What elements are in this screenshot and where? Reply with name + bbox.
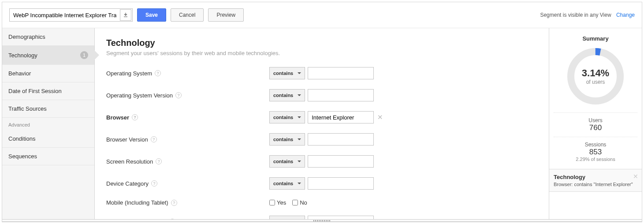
users-label: Users <box>554 117 637 123</box>
chevron-down-icon <box>298 116 301 118</box>
chevron-down-icon <box>298 72 301 74</box>
checkbox-yes[interactable] <box>269 200 275 205</box>
sessions-pct: 2.29% of sessions <box>554 157 637 162</box>
cancel-button[interactable]: Cancel <box>171 8 204 22</box>
value-input-browser[interactable] <box>308 111 374 123</box>
value-input-browser-version[interactable] <box>308 133 374 146</box>
clear-icon[interactable]: ✕ <box>377 113 383 121</box>
preview-button[interactable]: Preview <box>208 8 244 22</box>
row-operating-system: Operating System? contains <box>106 67 537 79</box>
mobile-no-option[interactable]: No <box>292 199 307 206</box>
op-select-device-category[interactable]: contains <box>269 177 305 190</box>
row-browser: Browser? contains ✕ <box>106 111 537 123</box>
row-mobile-device-branding: Mobile Device Branding? contains <box>106 216 537 219</box>
sidebar-item-date-first-session[interactable]: Date of First Session <box>2 82 94 100</box>
help-icon[interactable]: ? <box>132 114 138 120</box>
value-input-os[interactable] <box>308 67 374 79</box>
help-icon[interactable]: ? <box>155 70 161 76</box>
help-icon[interactable]: ? <box>175 92 182 98</box>
save-button[interactable]: Save <box>137 8 166 22</box>
row-screen-resolution: Screen Resolution? contains <box>106 155 537 168</box>
sidebar-badge: 1 <box>80 51 88 59</box>
change-visibility-link[interactable]: Change <box>616 12 635 18</box>
users-value: 760 <box>554 123 637 132</box>
panel-subtitle: Segment your users' sessions by their we… <box>106 50 537 56</box>
close-icon[interactable]: ✕ <box>633 173 638 180</box>
help-icon[interactable]: ? <box>151 136 157 142</box>
sidebar-item-demographics[interactable]: Demographics <box>2 28 94 46</box>
row-device-category: Device Category? contains <box>106 177 537 190</box>
op-select-os[interactable]: contains <box>269 67 305 79</box>
mobile-yes-option[interactable]: Yes <box>269 199 286 206</box>
filter-card-technology[interactable]: ✕ Technology Browser: contains "Internet… <box>549 169 642 192</box>
op-select-os-version[interactable]: contains <box>269 89 305 101</box>
chevron-down-icon <box>298 94 301 96</box>
label-os-version: Operating System Version <box>106 92 173 99</box>
help-icon[interactable]: ? <box>171 200 177 206</box>
label-os: Operating System <box>106 70 152 77</box>
chevron-down-icon <box>298 183 301 184</box>
help-icon[interactable]: ? <box>169 219 175 219</box>
panel-title: Technology <box>106 38 537 48</box>
summary-of-users: of users <box>586 79 605 85</box>
sidebar-item-technology[interactable]: Technology 1 <box>2 46 94 65</box>
summary-panel: Summary 3.14% of users Users 760 Session… <box>549 28 642 219</box>
segment-name-input[interactable] <box>10 9 120 21</box>
segment-name-wrap <box>9 8 133 22</box>
op-select-browser-version[interactable]: contains <box>269 133 305 146</box>
label-screen-resolution: Screen Resolution <box>106 158 153 165</box>
download-icon[interactable] <box>120 9 131 21</box>
help-icon[interactable]: ? <box>156 158 162 164</box>
main-panel: Technology Segment your users' sessions … <box>95 28 549 219</box>
segment-toolbar: Save Cancel Preview Segment is visible i… <box>2 2 642 28</box>
value-input-screen-resolution[interactable] <box>308 155 374 168</box>
op-select-mobile-branding[interactable]: contains <box>269 216 305 219</box>
checkbox-no[interactable] <box>292 200 298 205</box>
summary-percent: 3.14% <box>582 67 609 79</box>
sidebar-item-conditions[interactable]: Conditions <box>2 130 94 148</box>
sessions-label: Sessions <box>554 142 637 148</box>
summary-title: Summary <box>554 35 637 42</box>
op-select-screen-resolution[interactable]: contains <box>269 155 305 168</box>
row-browser-version: Browser Version? contains <box>106 133 537 146</box>
sidebar: Demographics Technology 1 Behavior Date … <box>2 28 95 219</box>
sidebar-advanced-heading: Advanced <box>2 118 94 130</box>
value-input-mobile-branding[interactable] <box>308 216 374 219</box>
value-input-os-version[interactable] <box>308 89 374 101</box>
sidebar-item-traffic-sources[interactable]: Traffic Sources <box>2 100 94 118</box>
sessions-value: 853 <box>554 148 637 157</box>
label-browser: Browser <box>106 114 129 121</box>
help-icon[interactable]: ? <box>151 180 157 187</box>
resize-gripper[interactable] <box>2 219 642 222</box>
row-os-version: Operating System Version? contains <box>106 89 537 101</box>
row-mobile-incl-tablet: Mobile (Including Tablet)? Yes No <box>106 199 537 206</box>
sidebar-item-behavior[interactable]: Behavior <box>2 65 94 82</box>
label-mobile: Mobile (Including Tablet) <box>106 199 168 206</box>
sidebar-item-sequences[interactable]: Sequences <box>2 148 94 165</box>
label-browser-version: Browser Version <box>106 136 148 143</box>
op-select-browser[interactable]: contains <box>269 111 305 123</box>
visibility-text: Segment is visible in any View Change <box>540 12 635 18</box>
label-mobile-device-branding: Mobile Device Branding <box>106 219 167 220</box>
chevron-down-icon <box>298 138 301 140</box>
label-device-category: Device Category <box>106 180 149 187</box>
donut-chart: 3.14% of users <box>565 45 626 107</box>
card-title: Technology <box>554 174 637 180</box>
value-input-device-category[interactable] <box>308 177 374 190</box>
card-desc: Browser: contains "Internet Explorer" <box>554 182 637 187</box>
chevron-down-icon <box>298 161 301 162</box>
